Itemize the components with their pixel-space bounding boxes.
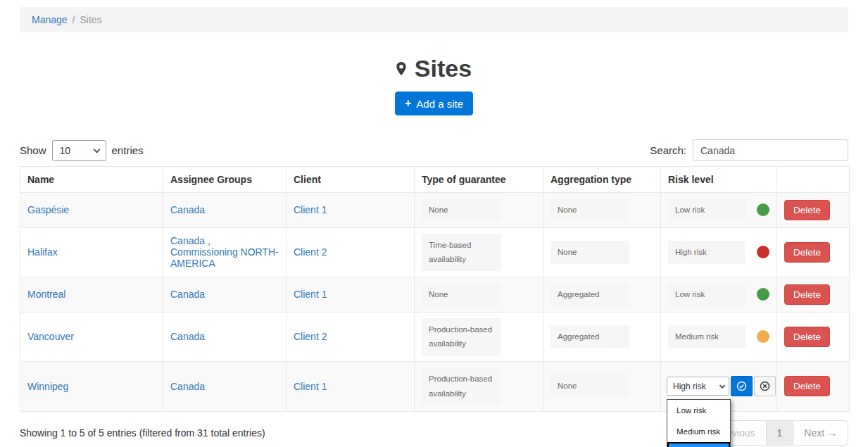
search-input[interactable]: [693, 139, 848, 161]
risk-indicator-dot: [757, 288, 769, 301]
guarantee-value[interactable]: None: [422, 199, 501, 222]
risk-select-dropdown: Low risk Medium risk High risk: [667, 399, 731, 447]
client-link[interactable]: Client 2: [294, 331, 327, 342]
site-name-link[interactable]: Gaspésie: [27, 204, 69, 215]
risk-value[interactable]: Medium risk: [668, 325, 746, 348]
aggregation-value[interactable]: Aggregated: [551, 325, 629, 348]
delete-button[interactable]: Delete: [784, 242, 830, 263]
assignee-groups-link[interactable]: Canada: [170, 204, 205, 215]
header-aggregation: Aggregation type: [543, 167, 661, 193]
client-link[interactable]: Client 2: [294, 246, 327, 258]
risk-level-select[interactable]: High risk: [667, 377, 729, 396]
table-header-row: Name Assignee Groups Client Type of guar…: [20, 167, 850, 193]
dropdown-option-low-risk[interactable]: Low risk: [667, 400, 730, 421]
guarantee-value[interactable]: Production-based availability: [422, 318, 501, 355]
risk-indicator-dot: [757, 330, 769, 343]
client-link[interactable]: Client 1: [294, 289, 327, 300]
header-risk-level: Risk level: [661, 167, 777, 193]
delete-button[interactable]: Delete: [784, 284, 830, 305]
show-label: Show: [20, 144, 46, 156]
page-title: Sites: [396, 55, 472, 82]
risk-value[interactable]: Low risk: [668, 199, 746, 222]
aggregation-value[interactable]: None: [551, 199, 629, 222]
plus-icon: +: [405, 97, 411, 110]
header-name: Name: [20, 167, 163, 193]
table-row: Vancouver Canada Client 2 Production-bas…: [20, 312, 850, 361]
breadcrumb-manage-link[interactable]: Manage: [32, 14, 68, 25]
table-row: Gaspésie Canada Client 1 None None Low r…: [20, 193, 850, 228]
entries-label: entries: [112, 144, 144, 156]
risk-value[interactable]: High risk: [668, 241, 746, 264]
confirm-button[interactable]: [731, 376, 753, 396]
delete-button[interactable]: Delete: [784, 200, 830, 220]
assignee-groups-link[interactable]: Canada: [170, 331, 205, 342]
guarantee-value[interactable]: Time-based availability: [422, 234, 501, 271]
site-name-link[interactable]: Halifax: [27, 246, 58, 258]
aggregation-value[interactable]: Aggregated: [551, 283, 629, 306]
check-circle-icon: [736, 381, 747, 391]
site-name-link[interactable]: Winnipeg: [27, 381, 68, 392]
risk-indicator-dot: [757, 246, 769, 258]
pagination-next[interactable]: Next →: [793, 421, 848, 445]
search-label: Search:: [650, 144, 686, 156]
header-guarantee: Type of guarantee: [415, 167, 543, 193]
cancel-button[interactable]: [754, 376, 776, 396]
header-client: Client: [287, 167, 415, 193]
page-title-text: Sites: [415, 55, 472, 82]
site-name-link[interactable]: Vancouver: [27, 331, 74, 342]
add-site-label: Add a site: [416, 98, 463, 110]
dropdown-option-high-risk[interactable]: High risk: [667, 442, 730, 447]
dropdown-option-medium-risk[interactable]: Medium risk: [667, 421, 730, 442]
breadcrumb-separator: /: [73, 14, 75, 25]
pagination-page-1[interactable]: 1: [767, 421, 794, 445]
header-actions: [777, 167, 850, 193]
table-row: Halifax Canada , Commissioning NORTH-AME…: [20, 227, 850, 277]
add-site-button[interactable]: + Add a site: [395, 92, 473, 115]
page-length-select[interactable]: 10: [52, 140, 106, 161]
map-pin-icon: [396, 62, 406, 75]
assignee-groups-link[interactable]: Canada: [170, 381, 205, 392]
risk-level-editor: High risk: [667, 376, 776, 396]
assignee-groups-link[interactable]: Canada: [170, 289, 205, 300]
sites-table: Name Assignee Groups Client Type of guar…: [20, 166, 850, 412]
client-link[interactable]: Client 1: [294, 381, 327, 392]
risk-indicator-dot: [757, 203, 769, 216]
delete-button[interactable]: Delete: [784, 376, 830, 396]
entries-summary: Showing 1 to 5 of 5 entries (filtered fr…: [20, 427, 265, 439]
guarantee-value[interactable]: Production-based availability: [422, 367, 501, 405]
assignee-groups-link[interactable]: Canada , Commissioning NORTH-AMERICA: [170, 235, 279, 269]
table-row: Winnipeg Canada Client 1 Production-base…: [20, 362, 850, 411]
header-assignee-groups: Assignee Groups: [163, 167, 287, 193]
delete-button[interactable]: Delete: [784, 327, 830, 347]
site-name-link[interactable]: Montreal: [27, 289, 65, 300]
guarantee-value[interactable]: None: [422, 283, 501, 306]
table-row: Montreal Canada Client 1 None Aggregated…: [20, 277, 850, 313]
risk-value[interactable]: Low risk: [668, 283, 746, 306]
breadcrumb-current: Sites: [80, 14, 101, 25]
aggregation-value[interactable]: None: [551, 241, 629, 264]
client-link[interactable]: Client 1: [294, 204, 327, 215]
x-circle-icon: [760, 381, 770, 391]
aggregation-value[interactable]: None: [551, 374, 629, 398]
breadcrumb: Manage/Sites: [20, 7, 848, 32]
